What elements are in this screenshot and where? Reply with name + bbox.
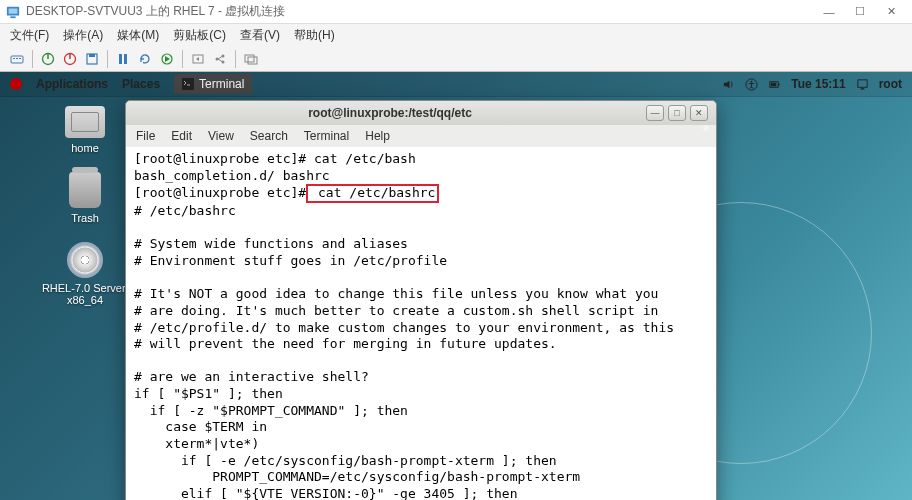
- output-block3: # are we an interactive shell? if [ "$PS…: [134, 369, 760, 500]
- svg-rect-28: [858, 79, 867, 86]
- svg-rect-27: [771, 82, 777, 86]
- terminal-maximize-button[interactable]: □: [668, 105, 686, 121]
- accessibility-icon[interactable]: [745, 78, 758, 91]
- vm-window-controls: — ☐ ✕: [814, 1, 906, 23]
- toolbar-separator: [182, 50, 183, 68]
- desktop-trash-label: Trash: [71, 212, 99, 224]
- desktop-home-label: home: [71, 142, 99, 154]
- cmd-1: cat /etc/bash: [306, 151, 416, 166]
- tb-save-icon[interactable]: [83, 50, 101, 68]
- vm-minimize-button[interactable]: —: [814, 1, 844, 23]
- svg-rect-20: [245, 55, 254, 62]
- desktop-home-icon[interactable]: home: [40, 106, 130, 154]
- panel-places[interactable]: Places: [122, 77, 160, 91]
- output-block1: # System wide functions and aliases # En…: [134, 236, 447, 268]
- tb-enhanced-icon[interactable]: [242, 50, 260, 68]
- tb-shutdown-icon[interactable]: [61, 50, 79, 68]
- home-folder-icon: [65, 106, 105, 138]
- term-menu-file[interactable]: File: [136, 129, 155, 143]
- tb-pause-icon[interactable]: [114, 50, 132, 68]
- terminal-window: root@linuxprobe:/test/qq/etc — □ ✕ File …: [125, 100, 717, 500]
- svg-rect-5: [16, 58, 18, 59]
- svg-rect-29: [860, 88, 864, 89]
- gnome-desktop[interactable]: Applications Places Terminal Tue 15:11 r…: [0, 72, 912, 500]
- tb-start-icon[interactable]: [39, 50, 57, 68]
- terminal-title-text: root@linuxprobe:/test/qq/etc: [134, 106, 646, 120]
- tb-reset-icon[interactable]: [136, 50, 154, 68]
- desktop-trash-icon[interactable]: Trash: [40, 172, 130, 224]
- svg-rect-3: [11, 56, 23, 63]
- line-completion: bash_completion.d/ bashrc: [134, 168, 330, 183]
- terminal-titlebar[interactable]: root@linuxprobe:/test/qq/etc — □ ✕: [126, 101, 716, 125]
- cmd-highlighted: cat /etc/bashrc: [306, 184, 439, 203]
- prompt-1: [root@linuxprobe etc]#: [134, 151, 306, 166]
- svg-point-24: [751, 80, 753, 82]
- svg-rect-1: [9, 8, 18, 13]
- svg-rect-26: [778, 83, 779, 85]
- gnome-top-panel: Applications Places Terminal Tue 15:11 r…: [0, 72, 912, 97]
- svg-rect-4: [13, 58, 15, 59]
- terminal-minimize-button[interactable]: —: [646, 105, 664, 121]
- prompt-2: [root@linuxprobe etc]#: [134, 185, 306, 200]
- term-menu-edit[interactable]: Edit: [171, 129, 192, 143]
- panel-active-label: Terminal: [199, 77, 244, 91]
- vm-menu-view[interactable]: 查看(V): [240, 27, 280, 44]
- toolbar-separator: [32, 50, 33, 68]
- vm-window-title: DESKTOP-SVTVUU3 上的 RHEL 7 - 虚拟机连接: [26, 3, 814, 20]
- panel-clock[interactable]: Tue 15:11: [791, 77, 845, 91]
- volume-icon[interactable]: [722, 78, 735, 91]
- toolbar-separator: [235, 50, 236, 68]
- panel-user[interactable]: root: [879, 77, 902, 91]
- terminal-window-controls: — □ ✕: [646, 105, 708, 121]
- desktop-icons-area: home Trash RHEL-7.0 Server. x86_64: [40, 106, 130, 306]
- power-icon[interactable]: [856, 78, 869, 91]
- tb-revert-icon[interactable]: [189, 50, 207, 68]
- terminal-menubar: File Edit View Search Terminal Help: [126, 125, 716, 147]
- svg-rect-14: [124, 54, 127, 64]
- term-menu-terminal[interactable]: Terminal: [304, 129, 349, 143]
- svg-rect-13: [119, 54, 122, 64]
- svg-rect-21: [248, 57, 257, 64]
- vm-menu-clipboard[interactable]: 剪贴板(C): [173, 27, 226, 44]
- battery-icon[interactable]: [768, 78, 781, 91]
- terminal-close-button[interactable]: ✕: [690, 105, 708, 121]
- vm-menu-help[interactable]: 帮助(H): [294, 27, 335, 44]
- vm-maximize-button[interactable]: ☐: [845, 1, 875, 23]
- terminal-icon: [182, 78, 194, 90]
- term-menu-help[interactable]: Help: [365, 129, 390, 143]
- vm-menu-media[interactable]: 媒体(M): [117, 27, 159, 44]
- vm-app-icon: [6, 5, 20, 19]
- panel-applications[interactable]: Applications: [36, 77, 108, 91]
- tb-checkpoint-icon[interactable]: [158, 50, 176, 68]
- tb-ctrlaltdel-icon[interactable]: [8, 50, 26, 68]
- dvd-icon: [67, 242, 103, 278]
- trash-icon: [69, 172, 101, 208]
- output-block2: # It's NOT a good idea to change this fi…: [134, 286, 674, 351]
- output-header: # /etc/bashrc: [134, 203, 236, 218]
- vm-window-titlebar: DESKTOP-SVTVUU3 上的 RHEL 7 - 虚拟机连接 — ☐ ✕: [0, 0, 912, 24]
- desktop-disc-icon[interactable]: RHEL-7.0 Server. x86_64: [40, 242, 130, 306]
- svg-rect-2: [10, 16, 15, 18]
- redhat-icon: [10, 78, 22, 90]
- desktop-disc-label: RHEL-7.0 Server. x86_64: [40, 282, 130, 306]
- svg-rect-12: [89, 54, 95, 57]
- vm-menu-file[interactable]: 文件(F): [10, 27, 49, 44]
- svg-rect-6: [19, 58, 21, 59]
- toolbar-separator: [107, 50, 108, 68]
- vm-close-button[interactable]: ✕: [876, 1, 906, 23]
- panel-active-app[interactable]: Terminal: [174, 74, 252, 94]
- vm-menu-action[interactable]: 操作(A): [63, 27, 103, 44]
- vm-menubar: 文件(F) 操作(A) 媒体(M) 剪贴板(C) 查看(V) 帮助(H): [0, 24, 912, 46]
- term-menu-search[interactable]: Search: [250, 129, 288, 143]
- tb-share-icon[interactable]: [211, 50, 229, 68]
- term-menu-view[interactable]: View: [208, 129, 234, 143]
- svg-rect-22: [182, 78, 194, 90]
- vm-toolbar: [0, 46, 912, 72]
- terminal-output[interactable]: [root@linuxprobe etc]# cat /etc/bash bas…: [126, 147, 716, 500]
